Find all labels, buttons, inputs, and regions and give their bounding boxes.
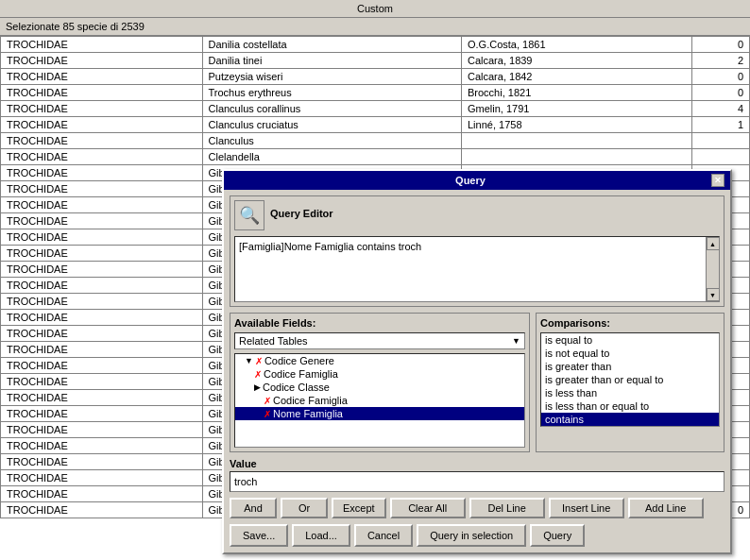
table-cell: TROCHIDAE [1, 278, 203, 294]
tree-list[interactable]: ▼✗Codice Genere✗Codice Famiglia▶Codice C… [234, 353, 525, 448]
comparisons-label: Comparisons: [540, 317, 720, 329]
comparison-label: is less than [545, 387, 597, 399]
table-cell: TROCHIDAE [1, 438, 203, 454]
fields-section: Available Fields: Related Tables ▼ ▼✗Cod… [230, 313, 530, 452]
comparisons-section: Comparisons: is equal tois not equal toi… [536, 313, 724, 452]
field-icon: ✗ [255, 356, 263, 366]
scroll-up-arrow[interactable]: ▲ [707, 237, 720, 250]
table-cell: Calcara, 1839 [462, 53, 692, 69]
main-area: Selezionate 85 specie di 2539 TROCHIDAED… [0, 18, 750, 560]
chevron-down-icon: ▼ [512, 336, 520, 346]
tree-item[interactable]: ▶Codice Classe [235, 381, 524, 394]
table-cell: TROCHIDAE [1, 502, 203, 518]
bottom-buttons-row: Save... Load... Cancel Query in selectio… [230, 524, 724, 547]
table-cell: Linné, 1758 [462, 117, 692, 133]
query-text-area[interactable]: [Famiglia]Nome Famiglia contains troch ▲… [234, 236, 720, 302]
comparison-label: is greater than or equal to [545, 374, 663, 385]
comparison-label: is equal to [545, 334, 592, 346]
dialog-title-bar: Query ✕ [224, 171, 730, 190]
tree-item-label: Codice Genere [264, 355, 334, 366]
table-cell [692, 133, 750, 149]
query-button[interactable]: Query [530, 524, 585, 547]
table-cell: TROCHIDAE [1, 262, 203, 278]
field-icon: ✗ [264, 409, 271, 419]
add-line-button[interactable]: Add Line [628, 498, 704, 518]
table-cell: TROCHIDAE [1, 101, 203, 117]
except-button[interactable]: Except [332, 498, 386, 518]
query-in-selection-button[interactable]: Query in selection [417, 524, 526, 547]
table-cell: Putzeysia wiseri [202, 69, 462, 85]
cancel-button[interactable]: Cancel [354, 524, 413, 547]
value-section: Value [230, 458, 724, 492]
comparison-item[interactable]: is less than or equal to [541, 399, 719, 413]
table-cell [692, 149, 750, 165]
query-editor-icon: 🔍 [234, 200, 264, 230]
comparison-item[interactable]: is not equal to [541, 347, 719, 360]
fields-comparisons-row: Available Fields: Related Tables ▼ ▼✗Cod… [230, 313, 724, 452]
table-cell: 0 [692, 37, 750, 53]
comparison-item[interactable]: contains [541, 413, 719, 426]
comparison-item[interactable]: is less than [541, 386, 719, 399]
tree-item-label: Codice Classe [263, 382, 330, 393]
dropdown-value: Related Tables [239, 335, 308, 347]
save-button[interactable]: Save... [230, 524, 288, 547]
dialog-content: 🔍 Query Editor [Famiglia]Nome Famiglia c… [224, 190, 730, 552]
table-cell: 0 [692, 85, 750, 101]
table-cell: TROCHIDAE [1, 229, 203, 246]
and-button[interactable]: And [230, 498, 277, 518]
table-cell [462, 133, 692, 149]
table-cell: Gmelin, 1791 [462, 101, 692, 117]
scroll-down-arrow[interactable]: ▼ [707, 288, 720, 301]
comparison-item[interactable]: is equal to [541, 333, 719, 347]
table-row: TROCHIDAEClanculus [1, 133, 750, 149]
comparison-item[interactable]: is greater than or equal to [541, 373, 719, 386]
table-cell: Clanculus corallinus [202, 101, 462, 117]
field-icon: ✗ [254, 369, 262, 380]
table-cell: TROCHIDAE [1, 470, 203, 486]
table-cell: TROCHIDAE [1, 422, 203, 438]
table-cell: Danilia costellata [202, 37, 462, 53]
related-tables-dropdown[interactable]: Related Tables ▼ [234, 332, 525, 349]
title-bar: Custom [0, 0, 750, 18]
dialog-title: Query [230, 175, 711, 186]
insert-line-button[interactable]: Insert Line [549, 498, 624, 518]
close-button[interactable]: ✕ [711, 174, 724, 187]
table-cell: Trochus erythreus [202, 85, 462, 101]
tree-item-label: Codice Famiglia [273, 395, 348, 406]
value-input[interactable] [230, 471, 724, 492]
query-scrollbar[interactable]: ▲ ▼ [706, 237, 719, 301]
comparisons-list[interactable]: is equal tois not equal tois greater tha… [540, 332, 720, 427]
field-icon: ✗ [264, 396, 271, 406]
comparison-item[interactable]: does not contain [541, 426, 719, 427]
table-cell: Calcara, 1842 [462, 69, 692, 85]
tree-item[interactable]: ✗Codice Famiglia [235, 394, 524, 407]
table-cell: TROCHIDAE [1, 53, 203, 69]
table-row: TROCHIDAEClanculus cruciatusLinné, 17581 [1, 117, 750, 133]
or-button[interactable]: Or [281, 498, 328, 518]
tree-item[interactable]: ✗Codice Famiglia [235, 367, 524, 381]
table-cell: TROCHIDAE [1, 454, 203, 470]
clear-all-button[interactable]: Clear All [390, 498, 466, 518]
table-row: TROCHIDAEClelandella [1, 149, 750, 165]
table-cell: TROCHIDAE [1, 69, 203, 85]
table-cell: TROCHIDAE [1, 486, 203, 502]
load-button[interactable]: Load... [292, 524, 350, 547]
table-cell: Brocchi, 1821 [462, 85, 692, 101]
table-cell: TROCHIDAE [1, 197, 203, 213]
tree-item[interactable]: ✗Nome Famiglia [235, 407, 524, 420]
comparison-label: contains [545, 414, 584, 425]
table-cell: TROCHIDAE [1, 326, 203, 342]
table-cell: 2 [692, 53, 750, 69]
title-text: Custom [357, 3, 393, 14]
comparison-item[interactable]: is greater than [541, 360, 719, 373]
query-condition: [Famiglia]Nome Famiglia contains troch [239, 241, 421, 252]
table-cell: TROCHIDAE [1, 310, 203, 326]
table-row: TROCHIDAEClanculus corallinusGmelin, 179… [1, 101, 750, 117]
del-line-button[interactable]: Del Line [469, 498, 545, 518]
table-cell: Danilia tinei [202, 53, 462, 69]
comparison-label: is not equal to [545, 348, 610, 359]
table-cell: 1 [692, 117, 750, 133]
table-cell: TROCHIDAE [1, 294, 203, 310]
table-row: TROCHIDAETrochus erythreusBrocchi, 18210 [1, 85, 750, 101]
tree-item[interactable]: ▼✗Codice Genere [235, 354, 524, 367]
